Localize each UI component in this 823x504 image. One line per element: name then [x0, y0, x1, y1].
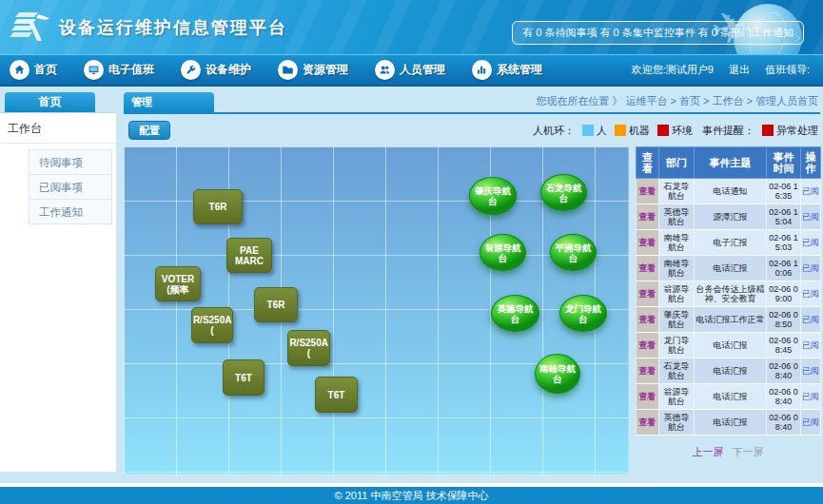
config-button[interactable]: 配置	[128, 121, 170, 140]
view-link[interactable]: 查看	[638, 366, 656, 376]
nav-items: 首页电子值班设备维护资源管理人员管理系统管理	[0, 60, 542, 80]
view-link[interactable]: 查看	[638, 392, 656, 401]
view-link[interactable]: 查看	[638, 263, 656, 273]
welcome-text: 欢迎您:测试用户9	[632, 63, 714, 77]
read-status-link[interactable]: 已阅	[802, 263, 819, 273]
column-header: 查看	[637, 147, 659, 179]
read-status-link[interactable]: 已阅	[802, 392, 819, 401]
read-status-link[interactable]: 已阅	[802, 238, 819, 247]
view-link[interactable]: 查看	[638, 340, 656, 350]
device-node[interactable]: T6T	[223, 359, 265, 396]
column-header: 事件主题	[695, 147, 767, 179]
subject-cell: 电话汇报	[695, 410, 767, 436]
tab-manage[interactable]: 管理	[124, 92, 214, 112]
legend-item-label: 机器	[629, 124, 650, 138]
content-row: T6RPAE MARCVOTER (频率T6RR/S250A (R/S250A …	[124, 146, 820, 483]
dept-cell: 龙门导航台	[659, 333, 695, 359]
next-page-link[interactable]: 下一屏	[733, 446, 764, 457]
copyright-text: © 2011 中南空管局 技术保障中心	[335, 489, 489, 503]
subject-cell: 电话汇报	[695, 333, 767, 359]
sidebar-item-work-notices[interactable]: 工作通知	[29, 199, 112, 224]
device-node[interactable]: VOTER (频率	[155, 266, 201, 301]
read-status-link[interactable]: 已阅	[802, 315, 819, 324]
time-cell: 02-06 08:40	[767, 359, 801, 384]
legend-swatch-abnormal	[762, 125, 774, 136]
nav-item-system-management[interactable]: 系统管理	[472, 60, 542, 80]
station-node[interactable]: 肇庆导航台	[469, 177, 517, 215]
view-cell: 查看	[637, 307, 659, 333]
time-cell: 02-06 09:00	[767, 281, 801, 307]
subject-cell: 台务会传达上级精神、安全教育	[695, 281, 767, 307]
view-link[interactable]: 查看	[638, 417, 656, 427]
time-cell: 02-06 08:50	[767, 307, 801, 333]
device-node[interactable]: PAE MARC	[226, 238, 272, 273]
op-cell: 已阅	[801, 281, 821, 307]
time-cell: 02-06 16:35	[767, 179, 801, 204]
station-node[interactable]: 南雄导航台	[535, 354, 580, 394]
legend-swatch-person	[582, 125, 594, 136]
device-node[interactable]: R/S250A (	[287, 330, 330, 366]
view-link[interactable]: 查看	[638, 315, 656, 324]
view-cell: 查看	[637, 256, 659, 281]
time-cell: 02-06 08:40	[767, 410, 801, 436]
nav-user-area: 欢迎您:测试用户9 退出 值班领导:	[632, 63, 823, 77]
legend-group-label: 人机环：	[533, 124, 575, 138]
event-row: 查看翁源导航台电话汇报02-06 08:40已阅	[637, 384, 821, 410]
app-title: 设备运行维护信息管理平台	[59, 16, 287, 39]
station-map: T6RPAE MARCVOTER (频率T6RR/S250A (R/S250A …	[124, 146, 629, 475]
legend-group-label: 事件提醒：	[702, 124, 754, 138]
nav-item-resource-management[interactable]: 资源管理	[278, 60, 348, 80]
nav-item-electronic-duty[interactable]: 电子值班	[84, 60, 154, 80]
device-node[interactable]: R/S250A (	[191, 307, 233, 343]
subject-cell: 电话汇报	[695, 256, 767, 281]
station-node[interactable]: 龙门导航台	[559, 295, 607, 332]
prev-page-link[interactable]: 上一屏	[692, 446, 723, 457]
subject-cell: 电话汇报工作正常	[695, 307, 767, 333]
nav-item-home[interactable]: 首页	[10, 60, 57, 80]
station-node[interactable]: 翁源导航台	[480, 234, 526, 271]
column-header: 操作	[801, 147, 821, 179]
logo-icon	[10, 9, 53, 47]
toolbar: 配置 人机环：人机器环境事件提醒：异常处理	[124, 118, 820, 143]
legend-item-label: 环境	[672, 124, 693, 138]
read-status-link[interactable]: 已阅	[802, 186, 819, 196]
subject-cell: 电话汇报	[695, 384, 767, 410]
read-status-link[interactable]: 已阅	[802, 340, 819, 350]
device-node[interactable]: T6R	[254, 287, 298, 322]
station-node[interactable]: 英德导航台	[491, 295, 539, 332]
view-link[interactable]: 查看	[638, 289, 656, 299]
read-status-link[interactable]: 已阅	[802, 212, 819, 222]
nav-item-personnel-management[interactable]: 人员管理	[375, 60, 445, 80]
view-link[interactable]: 查看	[638, 186, 656, 196]
sidebar-panel: 工作台 待阅事项已阅事项工作通知	[0, 112, 116, 472]
view-cell: 查看	[637, 281, 659, 307]
sidebar-item-read-items[interactable]: 已阅事项	[29, 174, 112, 200]
events-panel: 查看部门事件主题事件时间操作查看石龙导航台电话通知02-06 16:35已阅查看…	[636, 146, 820, 483]
device-node[interactable]: T6R	[193, 189, 243, 224]
station-node[interactable]: 石龙导航台	[540, 174, 587, 211]
view-link[interactable]: 查看	[638, 238, 656, 247]
sidebar-tab-home[interactable]: 首页	[5, 92, 95, 112]
legend-swatch-machine	[615, 125, 626, 136]
event-row: 查看石龙导航台电话通知02-06 16:35已阅	[637, 179, 821, 204]
sidebar-item-pending-items[interactable]: 待阅事项	[29, 149, 112, 175]
read-status-link[interactable]: 已阅	[802, 289, 819, 299]
column-header: 事件时间	[767, 147, 801, 179]
read-status-link[interactable]: 已阅	[802, 366, 819, 376]
app-header: 设备运行维护信息管理平台 ✈ 有 0 条待阅事项 有 0 条集中监控事件 有 0…	[0, 0, 823, 54]
legend-item-label: 人	[597, 124, 607, 138]
op-cell: 已阅	[801, 256, 821, 281]
view-cell: 查看	[637, 179, 659, 204]
nav-item-equipment-maintenance[interactable]: 设备维护	[181, 60, 251, 80]
view-link[interactable]: 查看	[638, 212, 656, 222]
dept-cell: 翁源导航台	[659, 384, 695, 410]
read-status-link[interactable]: 已阅	[802, 417, 819, 427]
device-node[interactable]: T6T	[315, 377, 358, 413]
nav-item-label: 人员管理	[400, 62, 445, 78]
subject-cell: 电话汇报	[695, 359, 767, 384]
logout-link[interactable]: 退出	[729, 63, 750, 77]
station-node[interactable]: 平洲导航台	[550, 234, 597, 271]
home-icon	[10, 60, 29, 80]
column-header: 部门	[659, 147, 695, 179]
sidebar: 首页 工作台 待阅事项已阅事项工作通知	[0, 92, 116, 483]
